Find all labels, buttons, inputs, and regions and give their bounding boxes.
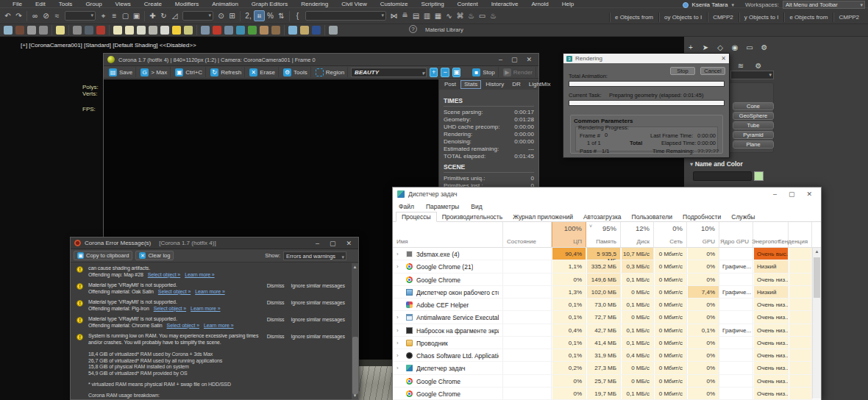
object-type-button-cone[interactable]: Cone: [733, 102, 774, 110]
menu-item-help[interactable]: Help: [555, 1, 580, 7]
scroll-down-icon[interactable]: ▼: [352, 392, 358, 399]
percent-snap-icon[interactable]: %: [265, 10, 276, 21]
common-parameters-header[interactable]: Common Parameters: [574, 118, 633, 124]
erase-button[interactable]: ✕Erase: [246, 67, 279, 77]
table-row[interactable]: Adobe CEF Helper0,1%73,0 МБ0,1 МБ/с0 Мби…: [393, 299, 821, 311]
menu-item-create[interactable]: Create: [138, 1, 168, 7]
column-header-cpu[interactable]: 100%ЦП: [552, 222, 586, 247]
learn-more-link[interactable]: Learn more »: [185, 272, 214, 277]
scroll-up-icon[interactable]: ▲: [352, 263, 358, 271]
close-icon[interactable]: ✕: [806, 190, 812, 198]
learn-more-link[interactable]: Learn more »: [204, 323, 233, 328]
task-manager-title-bar[interactable]: Диспетчер задач – ▢ ✕: [393, 188, 821, 201]
user-name[interactable]: Ksenia Tatara: [692, 1, 728, 8]
minimize-icon[interactable]: –: [316, 240, 319, 247]
tm-tab-службы[interactable]: Службы: [726, 213, 760, 222]
column-header-trend[interactable]: Тенденция: [789, 222, 812, 247]
align-icon[interactable]: ≞: [399, 10, 410, 21]
refresh-button[interactable]: ↻Refresh: [207, 67, 245, 77]
column-header-net[interactable]: 0%Сеть: [654, 222, 687, 247]
menu-item-scripting[interactable]: Scripting: [414, 1, 450, 7]
menu-item-views[interactable]: Views: [109, 1, 138, 7]
menu-item-edit[interactable]: Edit: [29, 1, 52, 7]
scale-icon[interactable]: ◿: [169, 10, 180, 21]
vfb-tab-post[interactable]: Post: [441, 80, 460, 89]
error-window-title-bar[interactable]: Corona Error Message(s) [Corona 1.7 (hot…: [71, 238, 358, 249]
space-warps-icon[interactable]: ≋: [736, 60, 746, 71]
column-header-gpu[interactable]: 10%GPU: [687, 222, 719, 247]
layers-icon[interactable]: [300, 26, 309, 35]
menu-item-civil-view[interactable]: Civil View: [335, 1, 374, 7]
disc-primitive-icon[interactable]: [137, 26, 146, 35]
ignore-similar-button[interactable]: Ignore similar messages: [291, 283, 345, 290]
modify-tab-icon[interactable]: ◇: [715, 42, 725, 52]
custom-script-button[interactable]: CMPP2: [707, 12, 739, 22]
table-row[interactable]: ›Antimalware Service Executable0,1%72,7 …: [393, 311, 821, 324]
utilities-tab-icon[interactable]: ⚙: [759, 42, 769, 52]
rendered-frame-icon[interactable]: ▭: [477, 10, 488, 21]
table-row[interactable]: ›3dsmax.exe (4)90,4%5 935,5 МБ10,7 МБ/с0…: [393, 248, 821, 260]
custom-script-button[interactable]: CMPP2: [833, 12, 864, 22]
minimize-icon[interactable]: –: [499, 56, 502, 63]
render-production-icon[interactable]: ♨: [488, 10, 499, 21]
vfb-tab-dr[interactable]: DR: [508, 80, 524, 89]
scroll-up-icon[interactable]: ▲: [813, 248, 821, 256]
select-by-name-icon[interactable]: ≡: [109, 10, 120, 21]
grid-view-icon[interactable]: [39, 26, 48, 35]
sphere-teal-icon[interactable]: [236, 26, 245, 35]
object-color-swatch[interactable]: [754, 171, 764, 181]
select-object-link[interactable]: Select object »: [167, 323, 199, 328]
clapper-icon[interactable]: [96, 26, 105, 35]
spinner-snap-icon[interactable]: ⇅: [276, 10, 287, 21]
vfb-stop-button[interactable]: ■Stop: [469, 67, 498, 77]
dismiss-button[interactable]: Dismiss: [267, 317, 285, 324]
selection-filter-dropdown[interactable]: [65, 11, 96, 21]
custom-script-button[interactable]: oy Objects to I: [658, 12, 707, 22]
monitor-icon[interactable]: [329, 26, 338, 35]
scrollbar-thumb[interactable]: [814, 257, 820, 298]
menu-item-interactive[interactable]: Interactive: [485, 1, 525, 7]
table-row[interactable]: Google Chrome0%19,7 МБ0,1 МБ/с0 Мбит/с0%…: [393, 388, 821, 400]
column-header-gpue[interactable]: Ядро GPU: [719, 222, 753, 247]
create-tab-icon[interactable]: ➤: [700, 42, 711, 52]
column-header-name[interactable]: Имя: [393, 222, 503, 247]
sphere-blue-icon[interactable]: [288, 26, 297, 35]
dismiss-button[interactable]: Dismiss: [267, 300, 285, 307]
tm-tab-пользователи[interactable]: Пользователи: [627, 213, 677, 222]
expand-icon[interactable]: ›: [396, 314, 399, 321]
select-object-link[interactable]: Select object »: [158, 289, 191, 294]
scene-explorer-icon[interactable]: ▤: [410, 10, 421, 21]
unlink-icon[interactable]: ⊘: [40, 10, 51, 21]
expand-icon[interactable]: ›: [396, 263, 399, 270]
plus-icon[interactable]: +: [686, 42, 696, 52]
snap-2d-label[interactable]: 2,: [243, 10, 254, 21]
maximize-icon[interactable]: ▢: [511, 56, 518, 63]
menu-item-content[interactable]: Content: [451, 1, 485, 7]
menu-item-modifiers[interactable]: Modifiers: [168, 1, 205, 7]
vfb-tab-lightmix[interactable]: LightMix: [525, 80, 555, 89]
clear-log-button[interactable]: ✕ Clear log: [135, 251, 174, 260]
table-row[interactable]: ›Диспетчер задач0,2%27,3 МБ0 МБ/с0 Мбит/…: [393, 362, 821, 374]
teapot-primitive-icon[interactable]: [149, 26, 157, 35]
custom-script-button[interactable]: e Objects from: [609, 12, 658, 22]
copy-to-clipboard-button[interactable]: ▣ Copy to clipboard: [74, 251, 132, 260]
column-header-mem[interactable]: ˅95%Память: [586, 222, 621, 247]
rendering-dialog-title-bar[interactable]: 3 Rendering ✕: [563, 54, 729, 63]
layer-explorer-icon[interactable]: ▥: [421, 10, 433, 21]
learn-more-link[interactable]: Learn more »: [195, 289, 224, 294]
sphere-navy-icon[interactable]: [312, 26, 321, 35]
help-icon[interactable]: ?: [409, 25, 417, 33]
dome-primitive-icon[interactable]: [125, 26, 134, 35]
table-row[interactable]: ›Chaos Software Ltd. Application...0,1%3…: [393, 349, 821, 362]
maximize-icon[interactable]: ▢: [330, 240, 336, 247]
render-pass-dropdown[interactable]: BEAUTY: [351, 68, 427, 77]
copy-button[interactable]: ▣Ctrl+C: [172, 67, 206, 77]
object-name-field[interactable]: [693, 171, 752, 181]
crossing-selection-icon[interactable]: ▣: [131, 10, 142, 21]
ignore-similar-button[interactable]: Ignore similar messages: [291, 300, 345, 307]
owl-icon[interactable]: [271, 26, 280, 35]
custom-script-button[interactable]: e Objects from: [783, 12, 833, 22]
dismiss-button[interactable]: Dismiss: [267, 283, 285, 290]
menu-item-group[interactable]: Group: [79, 1, 108, 7]
ignore-similar-button[interactable]: Ignore similar messages: [291, 334, 345, 340]
